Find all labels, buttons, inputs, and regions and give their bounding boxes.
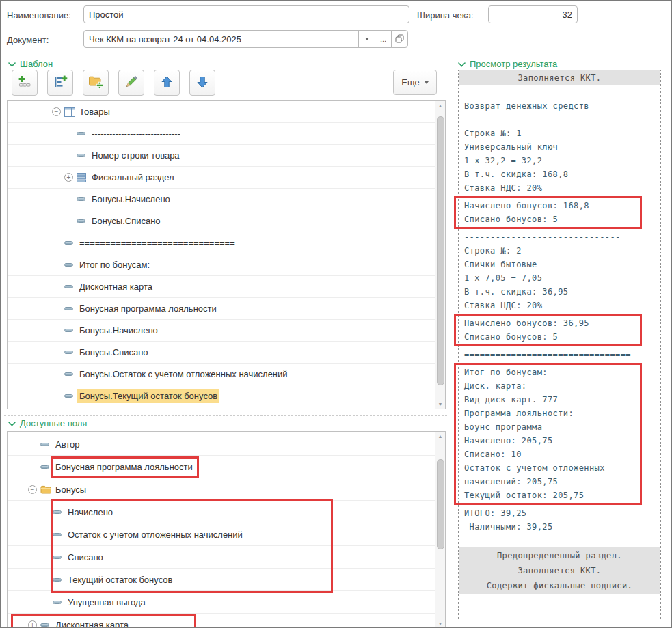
receipt-line: Вид диск карт. 777: [464, 393, 640, 407]
edit-button[interactable]: [118, 70, 144, 96]
tree-row[interactable]: ------------------------------: [8, 123, 435, 145]
tree-row[interactable]: Бонусы.Списано: [8, 210, 435, 232]
add-group-icon: [88, 74, 103, 92]
receipt-line: ------------------------------: [464, 230, 655, 244]
tree-row[interactable]: Дисконтная карта: [8, 276, 435, 298]
receipt-line: ИТОГО: 39,25: [464, 506, 655, 520]
receipt-line: ================================: [464, 348, 655, 361]
tree-item-label: Текущий остаток бонусов: [68, 575, 172, 585]
dash-icon: [53, 533, 65, 536]
template-section-header[interactable]: Шаблон: [8, 59, 53, 69]
tree-row[interactable]: Бонусы.Начислено: [8, 320, 435, 342]
tree-row[interactable]: −Товары: [8, 101, 435, 123]
tree-row[interactable]: +Дисконтная карта: [8, 614, 435, 628]
scroll-down-icon[interactable]: ▼: [435, 400, 445, 408]
tree-row[interactable]: Бонусная программа лояльности: [8, 298, 435, 320]
tree-row[interactable]: Номер строки товара: [8, 145, 435, 167]
tree-row[interactable]: Бонусы.Начислено: [8, 189, 435, 210]
tree-row[interactable]: Бонусы.Списано: [8, 342, 435, 364]
tree-item-label: Списано: [68, 552, 103, 562]
fields-tree-panel: АвторБонусная программа лояльности−Бонус…: [7, 431, 446, 628]
add-field-button[interactable]: [12, 70, 38, 96]
tree-row[interactable]: ==============================: [8, 232, 435, 254]
tree-row[interactable]: Списано: [8, 546, 435, 569]
open-new-window-icon: [395, 34, 404, 44]
fields-tree: АвторБонусная программа лояльности−Бонус…: [8, 433, 435, 628]
collapse-icon[interactable]: −: [52, 107, 64, 116]
tree-item-label: Дисконтная карта: [55, 620, 129, 628]
receipt-line: Заполняется ККТ.: [459, 563, 660, 578]
dash-icon: [53, 556, 65, 559]
scroll-up-icon[interactable]: ▲: [435, 102, 445, 109]
dash-icon: [77, 154, 89, 157]
receipt-line: Спички бытовые: [464, 258, 655, 271]
document-dropdown-button[interactable]: [358, 30, 375, 48]
tree-item-label: Бонусы.Начислено: [79, 325, 158, 336]
more-button-label: Еще: [401, 77, 419, 87]
more-button[interactable]: Еще: [393, 70, 437, 95]
tree-row[interactable]: +Фискальный раздел: [8, 167, 435, 189]
add-row-button[interactable]: [47, 70, 73, 96]
tree-row[interactable]: Начислено: [8, 501, 435, 523]
preview-section-header[interactable]: Просмотр результата: [458, 59, 557, 69]
receipt-line: Остаток с учетом отложенных начислений: …: [464, 461, 640, 489]
add-group-button[interactable]: [83, 70, 109, 96]
annotation-box: Начислено бонусов: 168,8Списано бонусов:…: [454, 196, 642, 229]
tree-row[interactable]: Бонусы.Остаток с учетом отложенных начис…: [8, 364, 435, 385]
tree-row[interactable]: Автор: [8, 433, 435, 456]
tree-item-label: ------------------------------: [92, 128, 180, 139]
receipt-line: Строка №: 2: [464, 244, 655, 258]
receipt-line: В т.ч. скидка: 168,8: [464, 167, 655, 181]
scroll-down-icon[interactable]: ▼: [435, 620, 445, 627]
receipt-blank-line: [464, 534, 655, 547]
receipt-line: Возврат денежных средств: [464, 99, 655, 113]
collapse-icon[interactable]: −: [28, 485, 40, 494]
tree-item-label: Бонусная программа лояльности: [79, 303, 217, 314]
fields-section-title: Доступные поля: [20, 418, 87, 428]
receipt-line: Ставка НДС: 20%: [464, 181, 655, 195]
expand-icon[interactable]: +: [64, 173, 77, 182]
dash-icon: [64, 307, 77, 310]
chevron-down-icon: [425, 81, 429, 84]
scroll-up-icon[interactable]: ▲: [435, 433, 445, 440]
receipt-line: Строка №: 1: [464, 126, 655, 140]
receipt-line: ------------------------------: [464, 113, 655, 126]
receipt-line: Наличными: 39,25: [464, 520, 655, 534]
receipt-line: Текущий остаток: 205,75: [464, 489, 640, 502]
tree-row[interactable]: −Бонусы: [8, 478, 435, 501]
tree-row[interactable]: Остаток с учетом отложенных начислений: [8, 523, 435, 546]
receipt-line: Боунс программа: [464, 420, 640, 434]
receipt-line: Диск. карта:: [464, 379, 640, 393]
tree-row[interactable]: +Оплата: [8, 407, 435, 409]
scrollbar-thumb[interactable]: [437, 459, 444, 549]
tree-row[interactable]: Бонусы.Текущий остаток бонусов: [8, 385, 435, 407]
template-scrollbar[interactable]: ▲ ▼: [435, 101, 445, 409]
scrollbar-thumb[interactable]: [437, 116, 444, 385]
ellipsis-label: ...: [380, 35, 386, 43]
dash-icon: [40, 623, 53, 627]
fields-section-header[interactable]: Доступные поля: [8, 418, 87, 428]
tree-item-label: Бонусная программа лояльности: [55, 462, 193, 472]
document-open-button[interactable]: [391, 30, 408, 48]
tree-row[interactable]: Итог по бонусам:: [8, 254, 435, 276]
fields-scrollbar[interactable]: ▲ ▼: [435, 432, 445, 628]
document-label: Документ:: [7, 35, 49, 45]
receipt-line: Начислено бонусов: 168,8: [464, 199, 640, 213]
preview-section-title: Просмотр результата: [470, 59, 557, 69]
move-down-button[interactable]: [189, 70, 215, 96]
document-ellipsis-button[interactable]: ...: [375, 30, 392, 48]
check-width-input[interactable]: [488, 5, 578, 23]
tree-row[interactable]: Упущенная выгода: [8, 591, 435, 614]
receipt-preview: Заполняется ККТ.Возврат денежных средств…: [458, 70, 661, 620]
expand-icon[interactable]: +: [28, 620, 40, 628]
document-input[interactable]: [83, 30, 360, 48]
dash-icon: [64, 263, 77, 267]
receipt-line: Программа лояльности:: [464, 407, 640, 420]
receipt-line: Универсальный ключ: [464, 140, 655, 154]
name-input[interactable]: [83, 5, 409, 23]
section-chevron-icon: [8, 418, 16, 428]
move-up-button[interactable]: [154, 70, 180, 96]
tree-row[interactable]: Бонусная программа лояльности: [8, 456, 435, 478]
tree-row[interactable]: Текущий остаток бонусов: [8, 569, 435, 591]
dash-icon: [40, 443, 53, 446]
